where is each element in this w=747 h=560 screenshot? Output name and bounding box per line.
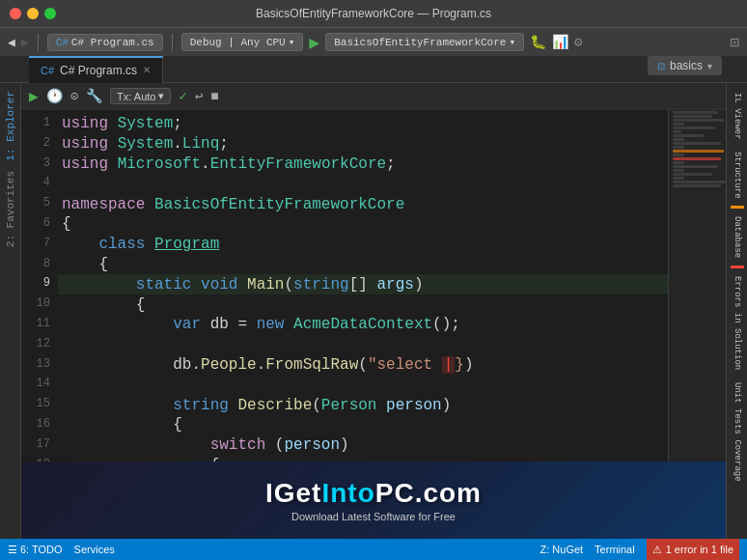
sidebar-errors[interactable]: Errors in Solution xyxy=(731,270,744,376)
right-sidebar: IL Viewer Structure Database Errors in S… xyxy=(726,83,747,539)
line-num-3: 3 xyxy=(21,154,50,175)
run-debug-button[interactable]: ▶ xyxy=(29,87,39,106)
status-error-badge[interactable]: ⚠ 1 error in 1 file xyxy=(647,539,739,560)
play-button[interactable]: ▶ xyxy=(309,32,319,53)
nuget-label: Z: NuGet xyxy=(540,544,583,555)
status-nuget[interactable]: Z: NuGet xyxy=(540,544,583,555)
tab-program-cs[interactable]: C# C# Program.cs ✕ xyxy=(29,56,163,83)
check-icon[interactable]: ✓ xyxy=(179,88,186,104)
line-num-13: 13 xyxy=(21,355,50,376)
maximize-button[interactable] xyxy=(44,8,56,19)
run-config-label: BasicsOfEntityFrameworkCore xyxy=(334,37,506,48)
minimap-line xyxy=(673,173,712,176)
sidebar-solution-explorer[interactable]: 1: Explorer xyxy=(3,87,18,165)
minimap-line xyxy=(673,134,704,137)
sidebar-favorites[interactable]: 2: Favorites xyxy=(3,167,18,251)
line-num-7: 7 xyxy=(21,235,50,255)
minimap-line xyxy=(673,161,684,164)
forward-icon[interactable]: ▶ xyxy=(21,35,29,50)
minimap-line xyxy=(673,126,715,129)
tx-selector[interactable]: Tx: Auto ▾ xyxy=(110,88,171,104)
minimap-line-orange xyxy=(673,150,724,153)
sidebar-unit-tests[interactable]: Unit Tests Coverage xyxy=(731,377,744,488)
minimap-line xyxy=(673,142,721,145)
status-services[interactable]: Services xyxy=(74,544,115,555)
code-line-5: namespace BasicsOfEntityFrameworkCore xyxy=(58,194,668,214)
stop-circle-icon[interactable]: ⊙ xyxy=(70,88,78,104)
project-selector[interactable]: C# C# Program.cs xyxy=(47,34,163,51)
debug-config-selector[interactable]: Debug | Any CPU ▾ xyxy=(181,33,304,51)
bug-icon[interactable]: 🐛 xyxy=(530,34,546,50)
minimap-red-bar xyxy=(731,266,744,268)
code-line-4 xyxy=(58,174,668,194)
minimap-line xyxy=(673,115,712,118)
stop-icon[interactable]: ■ xyxy=(210,89,218,104)
clock-icon[interactable]: 🕐 xyxy=(46,88,63,104)
basics-label: basics xyxy=(670,59,703,72)
close-button[interactable] xyxy=(10,8,21,19)
chevron-tx-icon: ▾ xyxy=(158,90,164,102)
code-line-8: { xyxy=(58,255,668,275)
line-num-9: 9 xyxy=(21,274,50,294)
minimap-line xyxy=(673,181,726,183)
status-terminal[interactable]: Terminal xyxy=(595,544,635,555)
editor-toolbar: ▶ 🕐 ⊙ 🔧 Tx: Auto ▾ ✓ ↩ ■ xyxy=(21,83,726,110)
chevron-down-icon-2: ▾ xyxy=(509,36,515,48)
terminal-label: Terminal xyxy=(595,544,635,555)
undo-icon[interactable]: ↩ xyxy=(195,88,203,104)
csharp-tab-icon: C# xyxy=(41,65,54,76)
minimap-line xyxy=(673,138,684,141)
run-config-selector[interactable]: BasicsOfEntityFrameworkCore ▾ xyxy=(325,33,524,51)
basics-chevron: ▾ xyxy=(707,61,712,71)
back-icon[interactable]: ◀ xyxy=(8,35,15,50)
traffic-lights xyxy=(10,8,56,19)
basics-icon: ⊡ xyxy=(657,61,665,71)
sep2 xyxy=(172,34,173,51)
profile-icon[interactable]: 📊 xyxy=(552,34,568,50)
line-num-15: 15 xyxy=(21,395,50,415)
watermark-overlay: IGetIntoPC.com Download Latest Software … xyxy=(21,462,726,539)
gear-icon[interactable]: ⚙ xyxy=(574,34,582,50)
services-label: Services xyxy=(74,544,115,555)
basics-badge[interactable]: ⊡ basics ▾ xyxy=(648,56,722,75)
code-line-14 xyxy=(58,375,668,395)
todo-icon: ☰ xyxy=(8,544,17,556)
line-num-14: 14 xyxy=(21,375,50,395)
sidebar-database[interactable]: Database xyxy=(731,210,744,264)
status-todo[interactable]: ☰ 6: TODO xyxy=(8,544,63,556)
minimize-button[interactable] xyxy=(27,8,39,19)
watermark-content: IGetIntoPC.com Download Latest Software … xyxy=(265,478,482,522)
line-num-17: 17 xyxy=(21,435,50,456)
minimap-line xyxy=(673,165,718,168)
minimap-orange-bar xyxy=(731,206,744,209)
status-left: ☰ 6: TODO Services xyxy=(8,544,115,556)
csharp-icon: C# xyxy=(56,37,69,48)
sidebar-il-viewer[interactable]: IL Viewer xyxy=(731,87,744,146)
error-text: 1 error in 1 file xyxy=(666,544,733,555)
toolbar-separator xyxy=(38,34,39,51)
code-line-9: ▶ static void Main(string[] args) xyxy=(58,274,668,294)
code-line-11: var db = new AcmeDataContext(); xyxy=(58,315,668,335)
statusbar: ☰ 6: TODO Services Z: NuGet Terminal ⚠ 1… xyxy=(0,539,747,560)
minimap-line xyxy=(673,146,684,149)
window-icon[interactable]: ⊡ xyxy=(730,33,739,52)
line-num-16: 16 xyxy=(21,415,50,435)
minimap-line xyxy=(673,169,684,172)
line-num-1: 1 xyxy=(21,114,50,134)
line-num-6: 6 xyxy=(21,214,50,235)
code-line-13: 🔧 db.People.FromSqlRaw("select |}) xyxy=(58,355,668,376)
code-line-2: using System.Linq; xyxy=(58,134,668,154)
tab-label: C# Program.cs xyxy=(60,64,137,77)
line-num-4: 4 xyxy=(21,174,50,194)
line-num-11: 11 xyxy=(21,315,50,335)
line-num-12: 12 xyxy=(21,335,50,355)
wrench-toolbar-icon[interactable]: 🔧 xyxy=(86,88,102,104)
minimap-line xyxy=(673,119,724,122)
minimap-line xyxy=(673,130,681,133)
main-toolbar: ◀ ▶ C# C# Program.cs Debug | Any CPU ▾ ▶… xyxy=(0,27,747,56)
tab-close-button[interactable]: ✕ xyxy=(143,65,151,75)
watermark-title: IGetIntoPC.com xyxy=(265,478,482,509)
sidebar-structure[interactable]: Structure xyxy=(731,146,744,205)
tx-label: Tx: Auto xyxy=(117,91,155,102)
window-title: BasicsOfEntityFrameworkCore — Program.cs xyxy=(256,7,491,20)
